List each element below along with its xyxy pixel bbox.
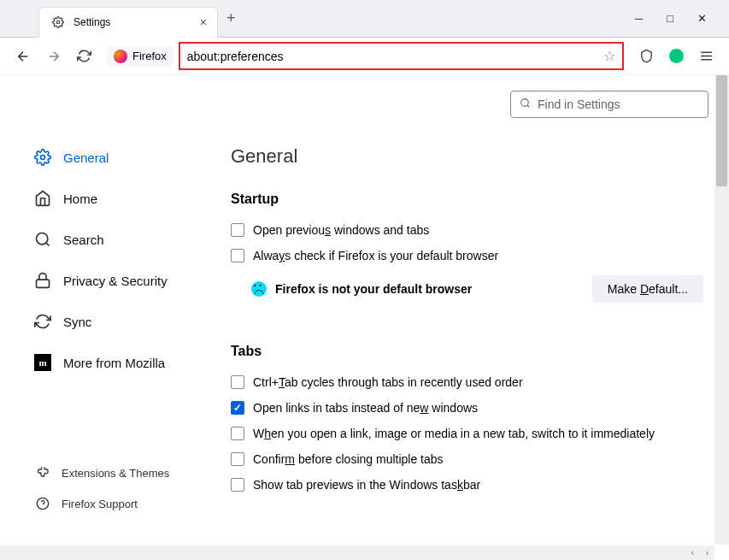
scroll-right-icon[interactable]: › (700, 545, 714, 560)
checkbox-label: Always check if Firefox is your default … (253, 249, 498, 262)
checkbox-icon (231, 249, 244, 262)
home-icon (34, 190, 51, 207)
sidebar: General Home Search Privacy & Security S… (0, 75, 222, 545)
content-area: Find in Settings General Startup Open pr… (222, 75, 729, 545)
checkbox-icon (231, 401, 244, 415)
identity-box[interactable]: Firefox (107, 46, 173, 67)
checkbox-taskbar-previews[interactable]: Show tab previews in the Windows taskbar (231, 472, 708, 498)
scroll-left-icon[interactable]: ‹ (685, 545, 700, 560)
titlebar: Settings × + ─ □ ✕ (0, 0, 729, 38)
checkbox-always-check-default[interactable]: Always check if Firefox is your default … (231, 243, 708, 268)
checkbox-label: Confirm before closing multiple tabs (253, 452, 444, 466)
checkbox-label: Show tab previews in the Windows taskbar (253, 478, 480, 492)
sad-face-icon (251, 281, 267, 297)
svg-line-11 (527, 105, 529, 107)
sidebar-item-privacy[interactable]: Privacy & Security (34, 260, 222, 301)
gear-icon (34, 149, 51, 166)
sync-icon (34, 313, 51, 330)
sidebar-label: General (63, 150, 109, 165)
toolbar: Firefox about:preferences ☆ (0, 38, 729, 75)
bookmark-star-icon[interactable]: ☆ (603, 48, 615, 64)
forward-button[interactable] (46, 49, 62, 64)
search-icon (34, 231, 51, 248)
checkbox-icon (231, 223, 244, 237)
sidebar-item-search[interactable]: Search (34, 219, 222, 260)
back-button[interactable] (15, 49, 31, 64)
reload-button[interactable] (77, 49, 91, 63)
identity-label: Firefox (132, 50, 167, 62)
checkbox-icon (231, 375, 244, 389)
sidebar-label: Home (63, 192, 97, 206)
svg-point-10 (521, 99, 529, 107)
sidebar-item-general[interactable]: General (34, 137, 222, 178)
sidebar-label: Firefox Support (62, 498, 138, 510)
sidebar-item-sync[interactable]: Sync (34, 301, 222, 342)
help-icon (34, 495, 51, 512)
browser-tab[interactable]: Settings × (38, 7, 218, 38)
checkbox-label: Ctrl+Tab cycles through tabs in recently… (253, 375, 523, 389)
mozilla-icon: m (34, 354, 51, 371)
sidebar-label: Extensions & Themes (62, 467, 169, 480)
checkbox-label: Open previous windows and tabs (253, 223, 429, 237)
svg-rect-7 (37, 280, 50, 287)
vertical-scrollbar[interactable] (714, 75, 729, 545)
svg-line-6 (46, 243, 50, 246)
close-tab-icon[interactable]: × (200, 15, 207, 29)
gear-icon (50, 14, 67, 31)
section-startup: Startup (231, 192, 708, 207)
checkbox-open-links-tabs[interactable]: Open links in tabs instead of new window… (231, 395, 708, 421)
puzzle-icon (34, 464, 51, 481)
horizontal-scrollbar[interactable]: ‹ › (0, 545, 714, 560)
make-default-button[interactable]: Make Default... (592, 275, 703, 303)
checkbox-icon (231, 452, 244, 466)
section-tabs: Tabs (231, 344, 708, 359)
search-placeholder: Find in Settings (538, 97, 620, 111)
pocket-icon[interactable] (639, 49, 654, 63)
maximize-button[interactable]: □ (667, 12, 673, 25)
svg-point-4 (41, 156, 45, 160)
sidebar-item-more[interactable]: m More from Mozilla (34, 342, 222, 383)
new-tab-button[interactable]: + (226, 9, 236, 27)
scrollbar-thumb[interactable] (716, 75, 727, 186)
url-bar[interactable]: about:preferences ☆ (179, 42, 624, 70)
find-settings-input[interactable]: Find in Settings (510, 91, 708, 118)
lock-icon (34, 272, 51, 289)
sidebar-support[interactable]: Firefox Support (34, 488, 222, 519)
checkbox-confirm-close[interactable]: Confirm before closing multiple tabs (231, 446, 708, 472)
minimize-button[interactable]: ─ (635, 12, 643, 25)
tab-title: Settings (73, 16, 193, 28)
app-menu-icon[interactable] (699, 49, 714, 63)
checkbox-icon (231, 427, 244, 440)
close-window-button[interactable]: ✕ (697, 12, 707, 25)
page-title: General (231, 145, 708, 168)
checkbox-switch-immediately[interactable]: When you open a link, image or media in … (231, 421, 708, 446)
sidebar-label: Search (63, 233, 104, 247)
sidebar-item-home[interactable]: Home (34, 178, 222, 219)
svg-point-5 (37, 233, 48, 245)
default-browser-row: Firefox is not your default browser Make… (231, 268, 708, 309)
sidebar-extensions[interactable]: Extensions & Themes (34, 457, 222, 488)
checkbox-open-previous[interactable]: Open previous windows and tabs (231, 217, 708, 243)
sidebar-label: More from Mozilla (63, 356, 165, 370)
checkbox-icon (231, 478, 244, 492)
extension-icon[interactable] (669, 49, 684, 63)
firefox-icon (114, 50, 127, 63)
checkbox-ctrl-tab[interactable]: Ctrl+Tab cycles through tabs in recently… (231, 369, 708, 395)
sidebar-label: Privacy & Security (63, 274, 168, 288)
checkbox-label: When you open a link, image or media in … (253, 427, 655, 440)
checkbox-label: Open links in tabs instead of new window… (253, 401, 478, 415)
search-icon (520, 97, 531, 111)
url-text: about:preferences (187, 50, 603, 63)
svg-point-0 (56, 21, 60, 24)
not-default-text: Firefox is not your default browser (275, 282, 584, 296)
sidebar-label: Sync (63, 315, 91, 329)
